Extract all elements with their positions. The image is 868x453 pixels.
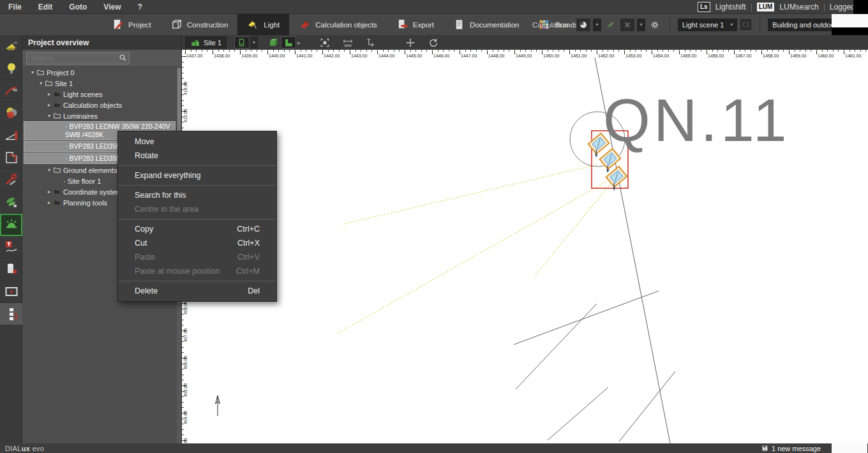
context-copy[interactable]: CopyCtrl+C xyxy=(118,222,276,236)
tab-project[interactable]: Project xyxy=(102,14,161,35)
view-plan-button[interactable] xyxy=(281,36,296,48)
x-icon xyxy=(623,20,632,29)
context-cut[interactable]: CutCtrl+X xyxy=(118,236,276,250)
menu-view[interactable]: View xyxy=(95,3,129,11)
folder-open-icon xyxy=(53,166,63,174)
expander-open-icon[interactable]: ▾ xyxy=(29,70,36,75)
search-input[interactable] xyxy=(26,52,130,64)
view-more-arrow[interactable]: ▸ xyxy=(297,40,301,46)
calculation-settings-button[interactable] xyxy=(648,19,662,31)
rail-floor-plan-button[interactable] xyxy=(0,147,22,169)
rail-light-cone-button[interactable] xyxy=(0,124,22,147)
lightshift-link[interactable]: Lightshift xyxy=(715,3,746,11)
ruler-label: 1449.00 xyxy=(516,54,532,58)
display-icon xyxy=(237,38,247,48)
message-notification[interactable]: 1 new message xyxy=(761,445,821,452)
light-scene-edit-button xyxy=(740,19,752,31)
tree-item-luminaires[interactable]: ▾Luminaires xyxy=(22,110,177,121)
menu-help[interactable]: ? xyxy=(129,3,150,11)
context-item-shortcut: Ctrl+C xyxy=(237,225,260,234)
calculation-time-dropdown[interactable]: ▾ xyxy=(593,19,601,31)
rail-street-luminaire-button[interactable] xyxy=(0,80,22,102)
light-cone-icon xyxy=(4,128,19,143)
north-arrow xyxy=(213,394,223,417)
display-mode-dropdown[interactable]: ▾ xyxy=(250,36,258,48)
tree-item-site-1[interactable]: ▾Site 1 xyxy=(22,78,177,89)
light-beam-line xyxy=(535,185,610,276)
context-expand-everything[interactable]: Expand everything xyxy=(118,168,276,182)
zoom-fit-button[interactable] xyxy=(317,36,333,48)
rail-outdoor-lighting-button[interactable] xyxy=(0,214,22,236)
display-mode-button[interactable] xyxy=(234,36,250,48)
expander-closed-icon[interactable]: ▸ xyxy=(45,102,53,108)
rail-text-label-button[interactable] xyxy=(0,236,22,258)
ruler-label: 415.00 xyxy=(183,109,188,123)
tree-item-project-0[interactable]: ▾Project 0 xyxy=(22,67,177,78)
tree-item-label: Ground elements xyxy=(63,167,117,174)
search-icon[interactable] xyxy=(119,54,127,62)
column-object-icon xyxy=(4,262,19,277)
folder-dark-icon xyxy=(53,101,63,109)
tab-documentation[interactable]: Documentation xyxy=(444,14,528,35)
context-delete[interactable]: DeleteDel xyxy=(118,284,276,298)
rail-assembly-button[interactable] xyxy=(0,303,22,325)
tree-item-label: Luminaires xyxy=(63,112,98,120)
context-move[interactable]: Move xyxy=(118,135,276,149)
rail-column-object-button[interactable] xyxy=(0,258,22,281)
tree-item-calculation-objects[interactable]: ▸Calculation objects xyxy=(22,100,177,110)
menu-edit[interactable]: Edit xyxy=(30,3,61,11)
ruler-label: 406.00 xyxy=(183,356,188,369)
measure-vertical-button[interactable] xyxy=(363,36,378,48)
expander-open-icon[interactable]: ▾ xyxy=(37,80,45,86)
context-item-label: Cut xyxy=(135,239,147,248)
calculation-time-button[interactable] xyxy=(576,19,590,31)
light-beam-line xyxy=(341,165,597,225)
tab-calculation-objects[interactable]: Calculation objects xyxy=(289,14,387,35)
expander-open-icon[interactable]: ▾ xyxy=(45,167,53,173)
ruler-label: 1456.00 xyxy=(708,54,724,58)
logged-in-label[interactable]: Logged xyxy=(830,3,855,11)
tree-item-label: Light scenes xyxy=(63,91,103,98)
viewport[interactable]: QN.11 1437.001438.001439.001440.001441.0… xyxy=(182,50,868,443)
ruler-label: 1440.00 xyxy=(269,54,285,58)
tab-light[interactable]: Light xyxy=(237,14,289,35)
rail-tools-button[interactable] xyxy=(0,169,22,191)
menu-file[interactable]: File xyxy=(0,3,30,11)
ruler-label: 404.00 xyxy=(183,411,188,424)
expander-closed-icon[interactable]: ▸ xyxy=(45,200,53,205)
tool-rail xyxy=(0,35,22,443)
view-3d-button[interactable] xyxy=(266,36,281,48)
mode-tabs: ProjectConstructionLightCalculation obje… xyxy=(102,14,588,35)
context-rotate[interactable]: Rotate xyxy=(118,149,276,163)
energy-report-button[interactable] xyxy=(604,19,618,31)
expander-closed-icon[interactable]: ▸ xyxy=(45,189,53,195)
ruler-label: 1452.00 xyxy=(598,54,614,58)
move-tool-button[interactable] xyxy=(403,36,418,48)
context-search-for-this[interactable]: Search for this xyxy=(118,188,276,202)
light-scene-select[interactable]: Light scene 1 ▾ xyxy=(678,19,737,31)
rail-desk-lamp-button[interactable] xyxy=(0,35,22,57)
rail-eco-energy-button[interactable] xyxy=(0,191,22,214)
rail-color-filter-button[interactable] xyxy=(0,102,22,124)
divider xyxy=(751,3,752,11)
tab-construction[interactable]: Construction xyxy=(161,14,238,35)
expander-closed-icon[interactable]: ▸ xyxy=(45,91,53,97)
rail-bulb-button[interactable] xyxy=(0,57,22,80)
tab-label: Calculation objects xyxy=(315,21,377,29)
eco-energy-icon xyxy=(4,195,19,210)
tab-export[interactable]: Export xyxy=(387,14,444,35)
rotate-tool-button[interactable] xyxy=(426,36,441,48)
folder-dark-icon xyxy=(53,188,63,196)
tree-item-label: Calculation objects xyxy=(63,101,122,109)
cancel-dropdown[interactable]: ▾ xyxy=(637,19,645,31)
lumsearch-link[interactable]: LUMsearch xyxy=(779,3,818,11)
lightshift-badge: Ls xyxy=(698,2,710,12)
menu-goto[interactable]: Goto xyxy=(61,3,95,11)
tree-item-light-scenes[interactable]: ▸Light scenes xyxy=(22,89,177,100)
expander-open-icon[interactable]: ▾ xyxy=(45,113,53,119)
measure-button[interactable] xyxy=(340,36,355,48)
menu-separator xyxy=(118,219,276,219)
rail-calculation-area-button[interactable] xyxy=(0,281,22,303)
ruler-label: 1438.00 xyxy=(214,54,230,58)
site-button[interactable]: Site 1 xyxy=(185,36,227,48)
